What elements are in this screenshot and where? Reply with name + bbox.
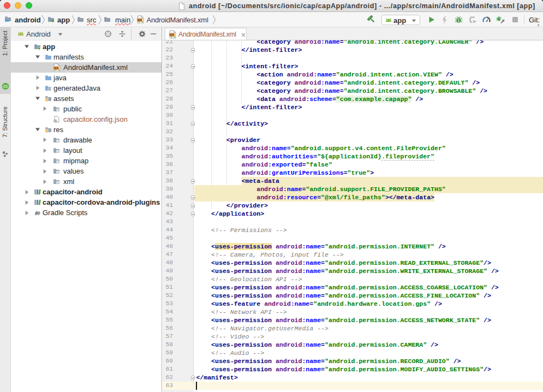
svg-text:<>: <> <box>138 19 142 22</box>
svg-text:<>: <> <box>54 66 58 70</box>
svg-text:<>: <> <box>169 33 174 37</box>
